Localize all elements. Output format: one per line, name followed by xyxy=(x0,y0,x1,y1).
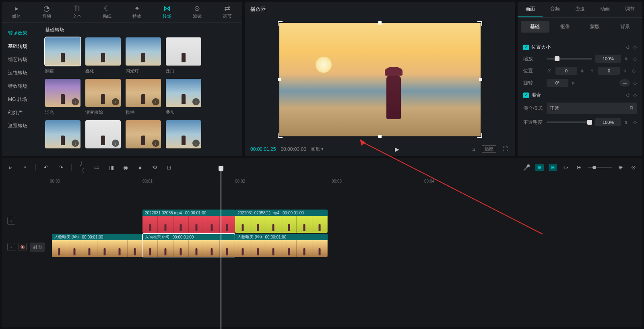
tab-sticker[interactable]: ☾贴纸 xyxy=(92,2,122,22)
prop-tab-speed[interactable]: 变速 xyxy=(568,2,592,17)
resize-handle-l[interactable] xyxy=(278,78,281,81)
pos-x-input[interactable] xyxy=(555,67,577,75)
transition-thumb[interactable]: 泛白 xyxy=(166,37,201,74)
side-item-mask[interactable]: 遮罩转场 xyxy=(2,119,42,133)
split-tool[interactable]: 〕〔 xyxy=(78,160,86,175)
tab-filter[interactable]: ⊛滤镜 xyxy=(182,2,213,22)
ripple-tool[interactable]: ◨ xyxy=(107,164,115,171)
transition-thumb[interactable]: 翻篇 xyxy=(45,37,80,74)
preview-canvas[interactable] xyxy=(279,23,481,136)
waveform-icon[interactable]: ⩍ xyxy=(471,145,477,153)
snap-toggle-2[interactable]: ⊟ xyxy=(549,164,557,171)
transition-thumb[interactable]: ↓模糊 xyxy=(126,79,161,115)
play-button[interactable]: ▶ xyxy=(395,146,399,152)
opacity-slider[interactable] xyxy=(547,121,592,123)
transition-thumb[interactable]: 闪光灯 xyxy=(126,37,161,74)
transition-thumb[interactable]: ↓ xyxy=(126,120,161,151)
pointer-dropdown[interactable]: ▾ xyxy=(21,165,29,169)
rotate-tool[interactable]: ⟲ xyxy=(151,164,159,171)
cover-button[interactable]: 封面 xyxy=(30,243,45,252)
transition-thumb[interactable]: ↓ xyxy=(166,120,201,151)
clip-v1b[interactable]: 2022031 02058(1).mp400:00:01:00 xyxy=(235,210,328,233)
track-lock-icon[interactable]: ▫ xyxy=(7,217,15,225)
blend-checkbox[interactable]: ✓ xyxy=(523,93,529,98)
transition-thumb[interactable]: ↓ xyxy=(45,120,80,151)
scale-slider[interactable] xyxy=(547,58,592,60)
download-icon[interactable]: ↓ xyxy=(72,140,79,147)
tab-text[interactable]: TI文本 xyxy=(62,2,92,22)
pos-y-input[interactable] xyxy=(598,67,620,75)
opacity-input[interactable] xyxy=(595,118,621,126)
transition-thumb[interactable]: ↓叠加 xyxy=(166,79,201,115)
download-icon[interactable]: ↓ xyxy=(192,98,200,105)
side-item-variety[interactable]: 综艺转场 xyxy=(2,53,42,66)
resize-handle-br[interactable] xyxy=(477,133,482,138)
resize-handle-bl[interactable] xyxy=(278,133,283,138)
scale-input[interactable] xyxy=(595,55,621,63)
resize-handle-tr[interactable] xyxy=(477,21,482,26)
prop-tab-anim[interactable]: 动画 xyxy=(592,2,617,17)
track-video-icon[interactable]: ▫ xyxy=(7,243,15,251)
pointer-tool[interactable]: ▹ xyxy=(6,164,14,171)
keyframe-icon[interactable]: ◇ xyxy=(633,45,637,50)
blend-reset-icon[interactable]: ↺ xyxy=(626,93,630,98)
snap-toggle-1[interactable]: ⊞ xyxy=(535,164,544,171)
track-mute-icon[interactable]: 🔇 xyxy=(19,243,27,251)
clip-v2c[interactable]: 人物唯美 (58)00:00:01:00 xyxy=(235,234,328,257)
rotation-input[interactable] xyxy=(547,79,568,87)
side-item-fx[interactable]: 特效转场 xyxy=(2,80,42,93)
transition-thumb[interactable]: 叠化 xyxy=(85,37,121,74)
side-header[interactable]: 转场效果 xyxy=(2,27,42,40)
tab-audio[interactable]: ◔音频 xyxy=(32,2,62,22)
download-icon[interactable]: ↓ xyxy=(112,98,119,105)
crop-tool[interactable]: ⊡ xyxy=(165,164,173,171)
download-icon[interactable]: ↓ xyxy=(192,140,200,147)
sub-tab-mask[interactable]: 蒙版 xyxy=(581,21,609,33)
transition-thumb[interactable]: ↓泛光 xyxy=(45,79,80,115)
opacity-keyframe-icon[interactable]: ◇ xyxy=(633,119,637,125)
tab-media[interactable]: ▸媒体 xyxy=(2,2,32,22)
redo-button[interactable]: ↷ xyxy=(57,164,65,171)
record-tool[interactable]: ◉ xyxy=(122,164,130,171)
transition-thumb[interactable]: ↓ xyxy=(85,120,121,151)
side-item-camera[interactable]: 运镜转场 xyxy=(2,66,42,80)
prop-tab-adjust[interactable]: 调节 xyxy=(617,2,642,17)
scale-stepper[interactable]: ⇅ xyxy=(624,57,630,61)
clip-v2a[interactable]: 人物唯美 (58)00:00:01:00 xyxy=(52,234,142,257)
download-icon[interactable]: ↓ xyxy=(72,98,79,105)
mirror-tool[interactable]: ▲ xyxy=(136,164,144,171)
zoom-out-icon[interactable]: ⊖ xyxy=(575,164,583,171)
rotation-toggle[interactable]: — xyxy=(619,79,630,86)
fullscreen-icon[interactable]: ⛶ xyxy=(501,145,510,153)
align-icon[interactable]: ⇔ xyxy=(562,164,570,171)
prop-tab-video[interactable]: 画面 xyxy=(518,2,543,17)
side-item-slide[interactable]: 幻灯片 xyxy=(2,106,42,119)
time-ruler[interactable]: 00:00 00:01 00:02 00:03 00:04 xyxy=(2,177,642,186)
rotation-keyframe-icon[interactable]: ◇ xyxy=(633,80,637,86)
zoom-slider[interactable] xyxy=(588,167,612,168)
transition-thumb[interactable]: ↓渐变擦除 xyxy=(85,79,121,115)
side-item-mg[interactable]: MG 转场 xyxy=(2,93,42,106)
reset-icon[interactable]: ↺ xyxy=(626,45,630,50)
fit-button[interactable]: 适应 xyxy=(482,145,496,153)
blend-keyframe-icon[interactable]: ◇ xyxy=(633,93,637,98)
tab-adjust[interactable]: ⇄调节 xyxy=(212,2,242,22)
zoom-fit-icon[interactable]: ⊙ xyxy=(630,164,638,171)
resize-handle-b[interactable] xyxy=(378,135,382,138)
resize-handle-t[interactable] xyxy=(378,21,382,25)
prop-tab-audio[interactable]: 音频 xyxy=(543,2,568,17)
resize-handle-tl[interactable] xyxy=(278,21,283,26)
download-icon[interactable]: ↓ xyxy=(152,98,159,105)
quality-dropdown[interactable]: 画质 ▾ xyxy=(311,146,324,152)
side-item-basic[interactable]: 基础转场 xyxy=(2,40,42,53)
download-icon[interactable]: ↓ xyxy=(112,140,119,147)
playhead[interactable] xyxy=(221,168,221,329)
sub-tab-basic[interactable]: 基础 xyxy=(521,21,549,33)
sub-tab-cutout[interactable]: 抠像 xyxy=(551,21,580,33)
mic-icon[interactable]: 🎤 xyxy=(522,164,530,171)
scale-keyframe-icon[interactable]: ◇ xyxy=(633,56,637,62)
pos-size-checkbox[interactable]: ✓ xyxy=(523,45,529,50)
zoom-in-icon[interactable]: ⊕ xyxy=(617,164,625,171)
tab-effects[interactable]: ✦特效 xyxy=(122,2,152,22)
resize-handle-r[interactable] xyxy=(479,78,482,81)
